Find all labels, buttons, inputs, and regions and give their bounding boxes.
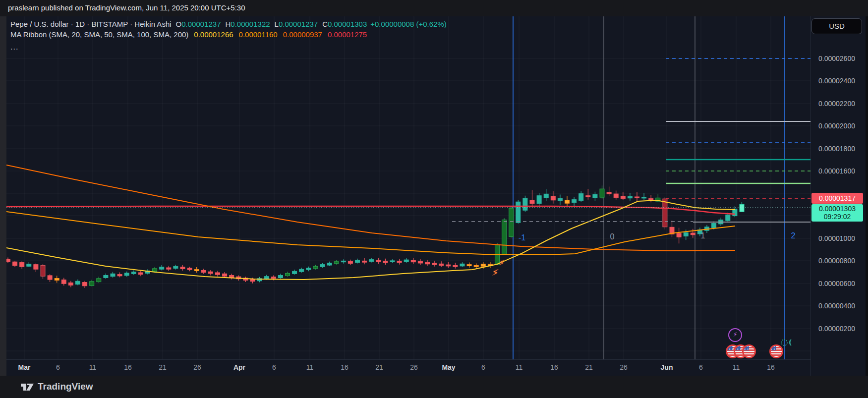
candle (117, 275, 122, 276)
tradingview-chart-screenshot: praslearn published on TradingView.com, … (0, 0, 868, 398)
candle (306, 268, 311, 270)
candle (55, 279, 59, 281)
legend-more-button[interactable]: ... (10, 43, 447, 52)
price-axis-label: 0.00001800 (818, 145, 855, 153)
candle (628, 197, 632, 198)
price-axis[interactable]: 0.00001317 0.00001303 09:29:02 0.0000260… (811, 16, 866, 359)
candle (439, 264, 444, 265)
footer-bar: TradingView (0, 376, 868, 398)
time-axis[interactable]: Mar611162126Apr611162126May611162126Jun6… (6, 359, 810, 376)
time-axis-label: 26 (410, 363, 418, 371)
candle (383, 261, 388, 263)
tradingview-logo-icon[interactable] (20, 381, 34, 393)
candle (104, 275, 108, 278)
candle (124, 273, 129, 276)
candle (537, 196, 541, 204)
time-axis-label: 11 (733, 363, 740, 371)
candle (111, 274, 115, 276)
time-axis-label: Apr (233, 363, 245, 371)
ohlc-label: L (275, 20, 279, 28)
moon-phase-event-icon[interactable] (780, 338, 797, 349)
time-axis-label: 11 (89, 363, 97, 371)
candle (677, 233, 681, 237)
symbol-legend-row[interactable]: Pepe / U.S. dollar · 1D · BITSTAMP · Hei… (10, 19, 447, 29)
candle (684, 232, 688, 236)
time-axis-label: 16 (341, 363, 348, 371)
candle (334, 262, 339, 264)
candle (160, 267, 164, 270)
ma-ribbon-title: MA Ribbon (SMA, 20, SMA, 50, SMA, 100, S… (10, 30, 188, 39)
ma-value: 0.00001275 (328, 30, 367, 39)
candle (691, 233, 695, 235)
time-axis-label: 26 (193, 363, 201, 371)
candle (369, 260, 374, 262)
candle (187, 268, 192, 270)
candle (230, 275, 234, 278)
candle (41, 265, 45, 276)
candle (362, 261, 367, 262)
time-axis-label: Jun (661, 363, 673, 371)
candle (138, 273, 143, 275)
time-axis-label: 16 (767, 363, 775, 371)
candle (61, 280, 66, 284)
candle (286, 273, 290, 276)
candle (13, 262, 17, 266)
time-axis-label: 6 (56, 363, 60, 371)
candle (313, 266, 318, 269)
candle (593, 194, 597, 198)
candle (614, 194, 618, 198)
ma-line (6, 200, 735, 280)
bar-countdown: 09:29:02 (811, 213, 863, 221)
candle (635, 197, 639, 198)
ma-ribbon-values: 0.000012660.000011600.000009370.00001275 (188, 30, 367, 39)
chart-legend: Pepe / U.S. dollar · 1D · BITSTAMP · Hei… (10, 19, 447, 52)
wave-count-label: 1 (701, 231, 705, 240)
candle (390, 261, 395, 262)
candle (502, 220, 507, 254)
left-margin (0, 16, 6, 376)
time-axis-label: 6 (272, 363, 276, 371)
candle (299, 269, 304, 272)
candle (565, 200, 570, 203)
candle (453, 265, 458, 267)
candle (600, 189, 604, 197)
symbol-title: Pepe / U.S. dollar · 1D · BITSTAMP · Hei… (10, 20, 172, 28)
us-flag-event-icon[interactable] (742, 344, 756, 358)
price-chart-canvas[interactable] (6, 16, 866, 376)
price-axis-label: 0.00002000 (818, 122, 855, 130)
publish-text: praslearn published on TradingView.com, … (8, 3, 245, 12)
price-axis-label: 0.00002400 (818, 77, 855, 85)
ohlc-label: C (322, 20, 328, 28)
candle (572, 200, 577, 203)
candle (404, 260, 408, 262)
candle (48, 276, 52, 280)
ohlc-values: O0.00001237H0.00001322L0.00001237C0.0000… (172, 20, 447, 28)
ma-line (6, 206, 735, 214)
candle (180, 267, 185, 269)
candle (467, 265, 471, 266)
candle (174, 266, 178, 268)
candle (621, 196, 625, 199)
candle (663, 199, 667, 227)
price-axis-label: 0.00002600 (818, 55, 855, 62)
candle (586, 196, 590, 197)
time-axis-label: 21 (585, 363, 593, 371)
candle (320, 265, 325, 267)
time-axis-label: 21 (375, 363, 383, 371)
candle (642, 197, 646, 198)
time-axis-label: Mar (18, 363, 31, 371)
ohlc-label: H (225, 20, 231, 28)
candle (348, 261, 352, 263)
candle (474, 265, 478, 267)
flash-event-icon[interactable]: ⚡ (728, 328, 742, 342)
candle (167, 268, 171, 269)
wave-count-label: -1 (519, 233, 525, 242)
candle (90, 282, 94, 286)
candle (411, 260, 415, 262)
tradingview-brand-text[interactable]: TradingView (38, 381, 93, 392)
ma-ribbon-legend-row[interactable]: MA Ribbon (SMA, 20, SMA, 50, SMA, 100, S… (10, 29, 447, 40)
candle (6, 259, 10, 262)
candle (446, 265, 451, 266)
ohlc-value: 0.00001303 (328, 20, 367, 28)
candle (34, 265, 38, 270)
